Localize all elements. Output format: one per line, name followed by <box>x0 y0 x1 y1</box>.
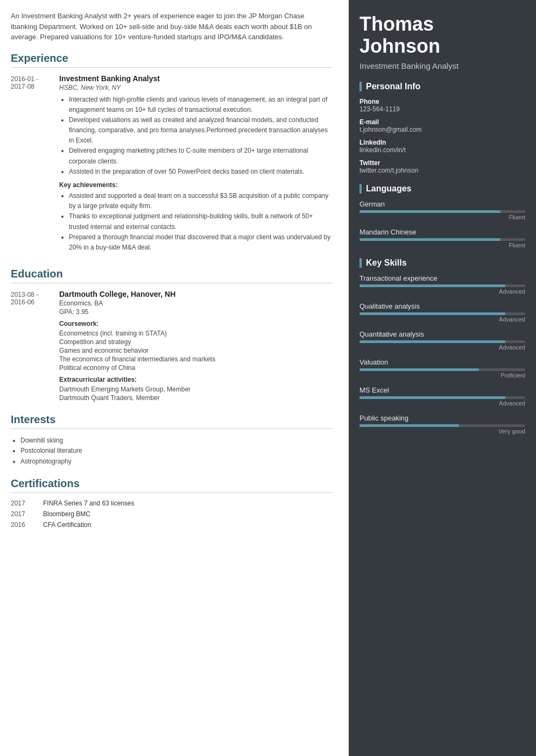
email-label: E-mail <box>359 118 525 126</box>
email-value: t.johnson@gmail.com <box>359 126 525 133</box>
email-item: E-mail t.johnson@gmail.com <box>359 118 525 133</box>
lang-name: German <box>359 200 525 208</box>
language-item-mandarin: Mandarin Chinese Fluent <box>359 228 525 248</box>
certifications-section: Certifications 2017 FINRA Series 7 and 6… <box>11 477 333 529</box>
summary-text: An Investment Banking Analyst with 2+ ye… <box>11 11 333 42</box>
school-name: Dartmouth College, Hanover, NH <box>59 290 333 298</box>
phone-item: Phone 123-564-1119 <box>359 98 525 113</box>
cert-entry: 2017 Bloomberg BMC <box>11 510 333 518</box>
coursework-item: Games and economic behavior <box>59 347 333 354</box>
skill-level: Advanced <box>359 344 525 351</box>
skill-bar-fill <box>359 284 505 287</box>
skill-level: Advanced <box>359 288 525 295</box>
degree: Economics, BA <box>59 299 333 307</box>
skill-valuation: Valuation Proficient <box>359 358 525 379</box>
skill-bar-bg <box>359 396 525 399</box>
profile-subtitle: Investment Banking Analyst <box>359 61 525 72</box>
gpa: GPA: 3.95 <box>59 308 333 316</box>
cert-entry: 2016 CFA Certification <box>11 521 333 529</box>
achievement-item: Assisted and supported a deal team on a … <box>69 191 333 211</box>
left-column: An Investment Banking Analyst with 2+ ye… <box>0 0 349 756</box>
activity-item: Dartmouth Emerging Markets Group, Member <box>59 386 333 393</box>
education-date: 2013-08 -2016-06 <box>11 290 59 403</box>
skill-bar-bg <box>359 340 525 343</box>
skill-level: Very good <box>359 428 525 434</box>
skill-name: MS Excel <box>359 386 525 394</box>
achievement-item: Thanks to exceptional judgment and relat… <box>69 211 333 232</box>
skill-bar-bg <box>359 368 525 371</box>
skill-level: Proficient <box>359 372 525 379</box>
skill-public-speaking: Public speaking Very good <box>359 414 525 434</box>
skill-bar-fill <box>359 340 505 343</box>
achievements-bullets: Assisted and supported a deal team on a … <box>59 191 333 253</box>
cert-name: FINRA Series 7 and 63 licenses <box>43 500 134 507</box>
coursework-heading: Coursework: <box>59 320 333 327</box>
skill-bar-fill <box>359 424 459 427</box>
lang-name: Mandarin Chinese <box>359 228 525 236</box>
lang-bar-fill <box>359 238 500 241</box>
skill-bar-fill <box>359 368 479 371</box>
right-column: Thomas Johnson Investment Banking Analys… <box>349 0 536 756</box>
interests-list: Downhill skiing Postcolonial literature … <box>11 436 333 467</box>
twitter-value: twitter.com/t.johnson <box>359 167 525 174</box>
skill-transactional: Transactional experience Advanced <box>359 274 525 295</box>
bullet-item: Developed valuations as well as created … <box>69 115 333 146</box>
lang-level: Fluent <box>359 242 525 248</box>
certifications-title: Certifications <box>11 477 333 493</box>
experience-entry: 2016-01 -2017-08 Investment Banking Anal… <box>11 74 333 258</box>
interest-item: Postcolonial literature <box>20 446 333 456</box>
cert-entry: 2017 FINRA Series 7 and 63 licenses <box>11 500 333 507</box>
cert-year: 2017 <box>11 500 43 507</box>
skill-qualitative: Qualitative analysis Advanced <box>359 302 525 323</box>
lang-bar-fill <box>359 210 500 213</box>
skill-name: Valuation <box>359 358 525 366</box>
phone-value: 123-564-1119 <box>359 105 525 113</box>
skill-name: Transactional experience <box>359 274 525 282</box>
bullet-item: Interacted with high-profile clients and… <box>69 95 333 115</box>
skill-name: Quantitative analysis <box>359 330 525 338</box>
twitter-label: Twitter <box>359 159 525 167</box>
achievement-item: Prepared a thorough financial model that… <box>69 232 333 253</box>
cert-year: 2017 <box>11 510 43 518</box>
job-bullets: Interacted with high-profile clients and… <box>59 95 333 177</box>
interests-title: Interests <box>11 413 333 429</box>
education-entry: 2013-08 -2016-06 Dartmouth College, Hano… <box>11 290 333 403</box>
first-name: Thomas <box>359 13 434 35</box>
job-company: HSBC, New York, NY <box>59 84 333 91</box>
education-title: Education <box>11 268 333 283</box>
skill-level: Advanced <box>359 400 525 406</box>
education-section: Education 2013-08 -2016-06 Dartmouth Col… <box>11 268 333 403</box>
skill-name: Public speaking <box>359 414 525 422</box>
job-title: Investment Banking Analyst <box>59 74 333 83</box>
interest-item: Astrophotography <box>20 457 333 467</box>
profile-name: Thomas Johnson <box>359 13 525 58</box>
cert-year: 2016 <box>11 521 43 529</box>
skill-bar-fill <box>359 396 505 399</box>
linkedin-label: LinkedIn <box>359 139 525 146</box>
bullet-item: Assisted in the preparation of over 50 P… <box>69 167 333 177</box>
twitter-item: Twitter twitter.com/t.johnson <box>359 159 525 174</box>
achievements-heading: Key achievements: <box>59 181 333 189</box>
lang-bar-bg <box>359 210 525 213</box>
coursework-item: The economics of financial intermediarie… <box>59 355 333 363</box>
language-item-german: German Fluent <box>359 200 525 220</box>
lang-bar-bg <box>359 238 525 241</box>
coursework-item: Econometrics (incl. training in STATA) <box>59 330 333 337</box>
skills-title: Key Skills <box>359 258 525 268</box>
lang-level: Fluent <box>359 214 525 220</box>
phone-label: Phone <box>359 98 525 105</box>
cert-name: Bloomberg BMC <box>43 510 90 518</box>
coursework-item: Political economy of China <box>59 364 333 372</box>
experience-content: Investment Banking Analyst HSBC, New Yor… <box>59 74 333 258</box>
interest-item: Downhill skiing <box>20 436 333 446</box>
experience-title: Experience <box>11 52 333 68</box>
skill-excel: MS Excel Advanced <box>359 386 525 406</box>
linkedin-item: LinkedIn linkedin.com/in/t <box>359 139 525 154</box>
interests-section: Interests Downhill skiing Postcolonial l… <box>11 413 333 467</box>
last-name: Johnson <box>359 35 440 57</box>
personal-info-title: Personal Info <box>359 82 525 91</box>
activities-heading: Extracurricular activities: <box>59 376 333 383</box>
activity-item: Dartmouth Quant Traders, Member <box>59 394 333 402</box>
cert-name: CFA Certification <box>43 521 91 529</box>
skill-bar-fill <box>359 312 505 315</box>
